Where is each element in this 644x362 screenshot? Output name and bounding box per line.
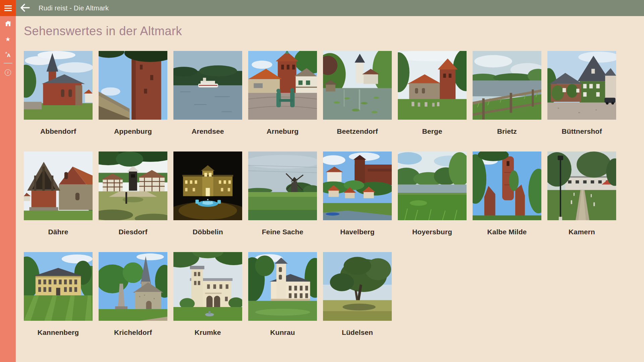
tile-caption: Appenburg [99,120,167,135]
tile-arneburg[interactable]: Arneburg [248,51,317,152]
abbendorf-photo [24,51,93,120]
info-icon: i [5,69,11,76]
appenburg-photo [99,51,167,120]
main-content: Sehenswertes in der Altmark Abbendorf Ap… [16,16,644,362]
arendsee-photo [173,51,242,120]
berge-photo [398,51,467,120]
star-icon: ★ [5,36,10,42]
tile-caption: Berge [398,120,467,135]
tile-hoyersburg[interactable]: Hoyersburg [398,152,467,252]
tile-diesdorf[interactable]: Diesdorf [99,152,167,252]
tile-caption: Döbbelin [173,220,242,236]
tile-buettnershof[interactable]: Büttnershof [547,51,616,152]
page-title: Sehenswertes in der Altmark [24,24,644,38]
tile-kannenberg[interactable]: Kannenberg [24,252,93,353]
krumke-photo [173,252,242,321]
tile-caption: Diesdorf [99,220,167,236]
sidebar: ★ ^A i [0,0,16,362]
tile-caption: Kannenberg [24,321,93,337]
text-size-icon: ^A [5,52,11,58]
favorites-button[interactable]: ★ [0,32,16,47]
tile-caption: Hoyersburg [398,220,467,236]
tile-doebbelin[interactable]: Döbbelin [173,152,242,252]
home-icon [5,21,11,27]
tile-appenburg[interactable]: Appenburg [99,51,167,152]
tile-kamern[interactable]: Kamern [547,152,616,252]
tile-kunrau[interactable]: Kunrau [248,252,317,353]
back-arrow-icon [20,3,30,13]
tile-caption: Kunrau [248,321,317,337]
tile-arendsee[interactable]: Arendsee [173,51,242,152]
tile-caption: Kalbe Milde [473,220,541,236]
tile-caption: Feine Sache [248,220,317,236]
beetzendorf-photo [323,51,392,120]
tile-caption: Kricheldorf [99,321,167,337]
daehre-photo [24,152,93,220]
text-size-button[interactable]: ^A [0,47,16,62]
tile-feine-sache[interactable]: Feine Sache [248,152,317,252]
hamburger-icon [4,5,12,11]
tile-kalbe-milde[interactable]: Kalbe Milde [473,152,541,252]
tile-caption: Havelberg [323,220,392,236]
tile-caption: Brietz [473,120,541,135]
sidebar-nav: ★ ^A i [0,16,16,80]
tile-berge[interactable]: Berge [398,51,467,152]
hoyersburg-photo [398,152,467,220]
home-button[interactable] [0,16,16,32]
diesdorf-photo [99,152,167,220]
tile-caption: Krumke [173,321,242,337]
tile-caption: Beetzendorf [323,120,392,135]
kricheldorf-photo [99,252,167,321]
tile-caption: Abbendorf [24,120,93,135]
tile-caption: Lüdelsen [323,321,392,337]
kamern-photo [547,152,616,220]
kalbe-milde-photo [473,152,541,220]
havelberg-photo [323,152,392,220]
tile-kricheldorf[interactable]: Kricheldorf [99,252,167,353]
sidebar-divider [4,63,12,63]
tile-havelberg[interactable]: Havelberg [323,152,392,252]
tile-krumke[interactable]: Krumke [173,252,242,353]
kannenberg-photo [24,252,93,321]
tile-abbendorf[interactable]: Abbendorf [24,51,93,152]
tile-caption: Kamern [547,220,616,236]
app-title: Rudi reist - Die Altmark [39,4,109,12]
tile-luedelsen[interactable]: Lüdelsen [323,252,392,353]
gallery-grid: Abbendorf Appenburg Arendsee Arneburg Be… [24,51,644,353]
tile-caption: Büttnershof [547,120,616,135]
tile-caption: Arneburg [248,120,317,135]
back-button[interactable] [16,0,35,16]
tile-brietz[interactable]: Brietz [473,51,541,152]
arneburg-photo [248,51,317,120]
luedelsen-photo [323,252,392,321]
hamburger-menu-button[interactable] [0,0,16,16]
buettnershof-photo [547,51,616,120]
tile-caption: Dähre [24,220,93,236]
tile-daehre[interactable]: Dähre [24,152,93,252]
doebbelin-photo [173,152,242,220]
info-button[interactable]: i [0,65,16,80]
top-bar: Rudi reist - Die Altmark [16,0,644,16]
tile-caption: Arendsee [173,120,242,135]
feine-sache-photo [248,152,317,220]
brietz-photo [473,51,541,120]
kunrau-photo [248,252,317,321]
tile-beetzendorf[interactable]: Beetzendorf [323,51,392,152]
